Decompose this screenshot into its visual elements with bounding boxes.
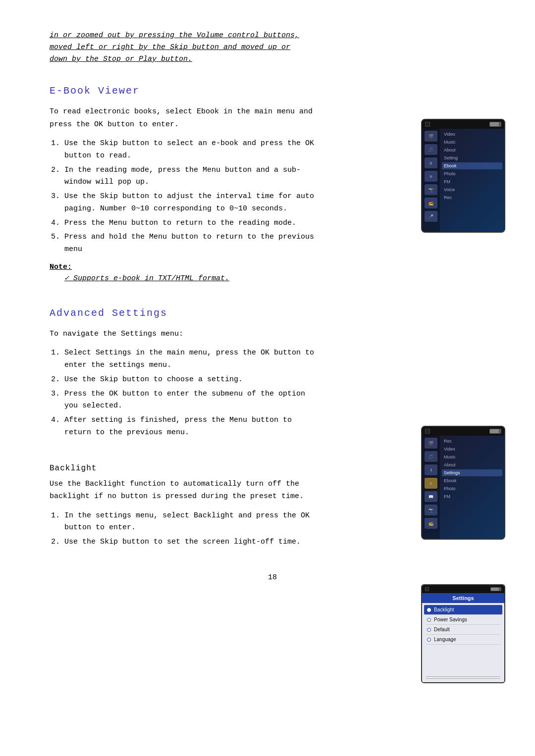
device-menu-rec: Rec <box>442 194 502 201</box>
note-label: Note: <box>50 263 495 271</box>
device-top-bar <box>422 120 504 129</box>
device-battery <box>489 122 501 127</box>
device-menu-ebook: Ebook <box>442 162 502 169</box>
device-menu-column: Video Music About Setting Ebook Photo FM… <box>440 129 504 232</box>
device-icon-7: 🎤 <box>425 211 437 222</box>
power-savings-radio-dot <box>427 618 431 622</box>
advanced-steps-list: Select Settings in the main menu, press … <box>64 347 495 439</box>
device-settings-icon-1: 🎬 <box>425 438 437 449</box>
device-backlight-mockup: Settings Backlight Power Savings Default… <box>421 584 505 683</box>
device-backlight-top-bar <box>422 585 504 593</box>
device-battery-inner <box>490 122 499 126</box>
device-icon-5: 📷 <box>425 184 437 195</box>
device-backlight-row-backlight: Backlight <box>424 605 502 615</box>
device-settings-menu-video: Video <box>442 446 502 453</box>
device-icon-6: 📻 <box>425 198 437 208</box>
device-settings-battery-inner <box>490 429 499 433</box>
backlight-intro: Use the Backlight function to automatica… <box>50 478 317 503</box>
device-backlight-row-power: Power Savings <box>426 615 500 625</box>
ebook-intro: To read electronic books, select Ebook i… <box>50 105 317 131</box>
backlight-steps-list: In the settings menu, select Backlight a… <box>64 510 495 549</box>
device-ebook-mockup: 🎬 🎵 @ ⚙ 📷 📻 🎤 Video Music About Setting … <box>421 119 505 233</box>
backlight-sub-heading: Backlight <box>50 464 495 473</box>
device-backlight-list: Backlight Power Savings Default Language <box>422 603 504 673</box>
device-backlight-bottom <box>422 673 504 682</box>
device-settings-menu-rec: Rec <box>442 438 502 445</box>
device-menu-voice: Voice <box>442 186 502 193</box>
backlight-item-4: Language <box>434 637 456 642</box>
ebook-step-2: In the reading mode, press the Menu butt… <box>64 164 322 189</box>
ebook-step-5: Press and hold the Menu button to return… <box>64 231 322 256</box>
backlight-step-2: Use the Skip button to set the screen li… <box>64 536 322 549</box>
device-menu-fm: FM <box>442 178 502 185</box>
note-list: Supports e-book in TXT/HTML format. <box>64 273 495 283</box>
default-radio-dot <box>427 628 431 632</box>
advanced-step-3: Press the OK button to enter the submenu… <box>64 388 322 413</box>
advanced-settings-section: Advanced Settings To navigate the Settin… <box>50 307 495 439</box>
backlight-item-2: Power Savings <box>434 617 467 622</box>
device-icon-4: ⚙ <box>425 171 437 182</box>
advanced-step-4: After setting is finished, press the Men… <box>64 414 322 439</box>
advanced-step-1: Select Settings in the main menu, press … <box>64 347 322 372</box>
device-settings-menu-music: Music <box>442 454 502 460</box>
device-icon-1: 🎬 <box>425 131 437 142</box>
advanced-settings-intro: To navigate the Settings menu: <box>50 328 317 341</box>
language-radio-dot <box>427 638 431 642</box>
device-menu-setting: Setting <box>442 154 502 161</box>
advanced-settings-title: Advanced Settings <box>50 307 495 319</box>
ebook-section-title: E-Book Viewer <box>50 85 495 97</box>
divider-line-1 <box>426 676 500 677</box>
device-icon-3: @ <box>425 157 437 168</box>
device-content-area: 🎬 🎵 @ ⚙ 📷 📻 🎤 Video Music About Setting … <box>422 129 504 232</box>
device-backlight-battery <box>490 587 501 591</box>
device-backlight-row-language: Language <box>426 635 500 645</box>
device-backlight-row-default: Default <box>426 625 500 635</box>
device-backlight-header: Settings <box>422 593 504 603</box>
advanced-step-2: Use the Skip button to choose a setting. <box>64 374 322 386</box>
divider-line-2 <box>426 678 500 679</box>
backlight-item-3: Default <box>434 627 450 632</box>
device-settings-top-bar <box>422 427 504 436</box>
backlight-radio-dot <box>427 608 431 612</box>
device-menu-music: Music <box>442 139 502 146</box>
backlight-step-1: In the settings menu, select Backlight a… <box>64 510 322 535</box>
device-icons-column: 🎬 🎵 @ ⚙ 📷 📻 🎤 <box>422 129 440 232</box>
backlight-item-1: Backlight <box>434 607 454 612</box>
device-backlight-black-square <box>425 587 429 591</box>
device-settings-battery <box>489 429 501 434</box>
note-item-1: Supports e-book in TXT/HTML format. <box>64 273 495 283</box>
device-backlight-battery-inner <box>491 588 499 591</box>
device-menu-photo: Photo <box>442 170 502 177</box>
device-icon-2: 🎵 <box>425 144 437 155</box>
ebook-step-3: Use the Skip button to adjust the interv… <box>64 191 322 215</box>
ebook-step-1: Use the Skip button to select an e-book … <box>64 138 322 162</box>
device-settings-black-square <box>425 429 430 434</box>
device-black-square <box>425 122 430 127</box>
device-menu-about: About <box>442 147 502 153</box>
backlight-section: Backlight Use the Backlight function to … <box>50 464 495 549</box>
page-number: 18 <box>50 573 495 582</box>
device-menu-video: Video <box>442 131 502 138</box>
intro-paragraph: in or zoomed out by pressing the Volume … <box>50 30 307 65</box>
ebook-step-4: Press the Menu button to return to the r… <box>64 217 322 230</box>
device-settings-icon-2: 🎵 <box>425 451 437 462</box>
